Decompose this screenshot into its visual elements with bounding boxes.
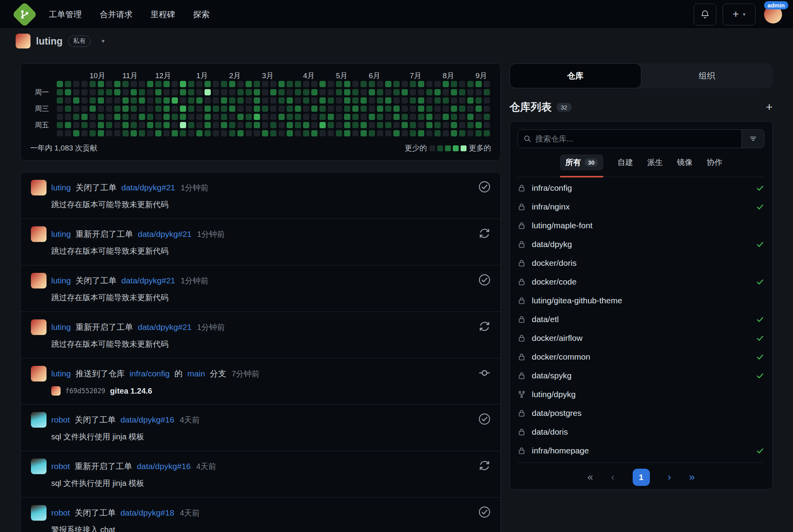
repo-row[interactable]: luting/gitea-github-theme xyxy=(518,291,764,310)
heatmap-cell xyxy=(196,122,203,128)
repo-row[interactable]: data/doris xyxy=(518,423,764,441)
admin-badge: admin xyxy=(764,1,788,9)
repo-row[interactable]: infra/config xyxy=(518,179,764,197)
feed-repo-link[interactable]: data/dpykg#21 xyxy=(138,322,192,332)
avatar[interactable] xyxy=(31,412,47,428)
feed-user-link[interactable]: robot xyxy=(51,415,70,425)
feed-branch-link[interactable]: main xyxy=(187,369,205,378)
tab-organizations[interactable]: 组织 xyxy=(641,63,773,88)
nav-item-3[interactable]: 探索 xyxy=(184,0,219,29)
repo-row[interactable]: data/etl xyxy=(518,310,764,329)
heatmap-cell xyxy=(254,114,260,120)
heatmap-cell xyxy=(410,81,416,87)
feed-action-text: 分支 xyxy=(210,368,226,379)
bell-icon xyxy=(700,10,710,19)
feed-repo-link[interactable]: data/dpykg#21 xyxy=(121,183,175,192)
heatmap-cell xyxy=(475,122,482,128)
notifications-button[interactable] xyxy=(694,4,716,25)
pagination-last[interactable]: » xyxy=(689,471,694,483)
heatmap-cell xyxy=(196,130,203,136)
pagination-current-page[interactable]: 1 xyxy=(633,469,650,486)
heatmap-cell xyxy=(155,106,161,112)
feed-user-link[interactable]: robot xyxy=(51,508,70,518)
repo-row[interactable]: data/spykg xyxy=(518,366,764,385)
feed-repo-link[interactable]: data/dpykg#21 xyxy=(138,229,192,239)
heatmap-cell xyxy=(467,89,474,95)
feed-repo-link[interactable]: data/dpykg#16 xyxy=(137,462,191,471)
nav-item-1[interactable]: 合并请求 xyxy=(91,0,142,29)
profile-avatar[interactable] xyxy=(16,34,30,48)
heatmap-cell xyxy=(475,81,482,87)
heatmap-cell xyxy=(484,122,490,128)
feed-user-link[interactable]: robot xyxy=(51,462,70,471)
heatmap-cell xyxy=(459,81,465,87)
pagination-first[interactable]: « xyxy=(587,471,593,483)
heatmap-cell xyxy=(163,106,170,112)
heatmap-cell xyxy=(163,97,170,104)
feed-entry-header: luting推送到了仓库infra/config的main分支7分钟前 xyxy=(31,366,490,382)
avatar[interactable] xyxy=(31,180,47,195)
heatmap-cell xyxy=(443,89,449,95)
repo-row[interactable]: data/dpykg xyxy=(518,235,764,254)
repo-filter-1[interactable]: 自建 xyxy=(617,154,633,170)
repo-row[interactable]: docker/code xyxy=(518,272,764,291)
add-repo-button[interactable]: + xyxy=(766,101,773,113)
user-menu[interactable]: admin xyxy=(764,5,782,23)
heatmap-cell xyxy=(106,114,112,120)
tab-repositories[interactable]: 仓库 xyxy=(510,63,641,88)
heatmap-month-label: 8月 xyxy=(443,71,454,81)
avatar[interactable] xyxy=(31,459,47,474)
heatmap-cell xyxy=(254,97,260,104)
heatmap-cell xyxy=(246,97,252,104)
chevron-down-icon[interactable]: ▾ xyxy=(102,38,105,45)
lock-icon xyxy=(518,353,526,361)
heatmap-cell xyxy=(122,130,129,136)
nav-item-2[interactable]: 里程碑 xyxy=(142,0,184,29)
feed-user-link[interactable]: luting xyxy=(51,276,71,285)
repo-row[interactable]: luting/dpykg xyxy=(518,385,764,404)
repo-row[interactable]: luting/maple-font xyxy=(518,216,764,235)
feed-user-link[interactable]: luting xyxy=(51,369,71,378)
repo-row[interactable]: docker/doris xyxy=(518,254,764,272)
feed-repo-link[interactable]: infra/config xyxy=(129,369,170,378)
repo-row[interactable]: docker/common xyxy=(518,348,764,366)
heatmap-cell xyxy=(410,130,416,136)
feed-user-link[interactable]: luting xyxy=(51,229,71,239)
commit-sha-link[interactable]: f69d552029 xyxy=(65,387,105,395)
avatar[interactable] xyxy=(31,273,47,288)
repo-row[interactable]: infra/homepage xyxy=(518,441,764,460)
pagination-prev[interactable]: ‹ xyxy=(611,471,615,483)
feed-user-link[interactable]: luting xyxy=(51,183,71,192)
nav-item-0[interactable]: 工单管理 xyxy=(40,0,91,29)
repo-filter-4[interactable]: 协作 xyxy=(707,154,722,170)
heatmap-cell xyxy=(484,106,490,112)
heatmap-cell xyxy=(57,130,63,136)
repo-name: data/postgres xyxy=(532,408,581,418)
feed-user-link[interactable]: luting xyxy=(51,322,71,332)
repo-row[interactable]: data/postgres xyxy=(518,404,764,423)
feed-repo-link[interactable]: data/dpykg#21 xyxy=(121,276,175,285)
heatmap-cell xyxy=(402,130,408,136)
pagination-next[interactable]: › xyxy=(668,471,671,483)
repo-filter-2[interactable]: 派生 xyxy=(647,154,663,170)
repo-filter-3[interactable]: 镜像 xyxy=(677,154,693,170)
heatmap-cell xyxy=(410,122,416,128)
repo-row[interactable]: docker/airflow xyxy=(518,329,764,348)
pagination: « ‹ 1 › » xyxy=(518,462,764,490)
repo-filter-button[interactable] xyxy=(741,130,764,148)
repo-filter-0[interactable]: 所有30 xyxy=(560,154,604,170)
feed-repo-link[interactable]: data/dpykg#18 xyxy=(120,508,174,518)
repo-row[interactable]: infra/nginx xyxy=(518,197,764,216)
avatar[interactable] xyxy=(31,319,47,335)
repo-org-tabs: 仓库组织 xyxy=(510,63,773,88)
repo-search-input[interactable] xyxy=(535,134,741,143)
feed-repo-link[interactable]: data/dpykg#16 xyxy=(120,415,174,425)
gitea-logo[interactable] xyxy=(12,2,37,27)
check-icon xyxy=(756,371,764,380)
avatar[interactable] xyxy=(31,226,47,242)
heatmap-grid[interactable]: 10月11月12月1月2月3月4月5月6月7月8月9月周一周三周五 xyxy=(30,71,491,138)
avatar[interactable] xyxy=(31,505,47,521)
heatmap-cell xyxy=(393,106,400,112)
avatar[interactable] xyxy=(31,366,47,382)
create-new-button[interactable]: + ▾ xyxy=(723,4,755,25)
